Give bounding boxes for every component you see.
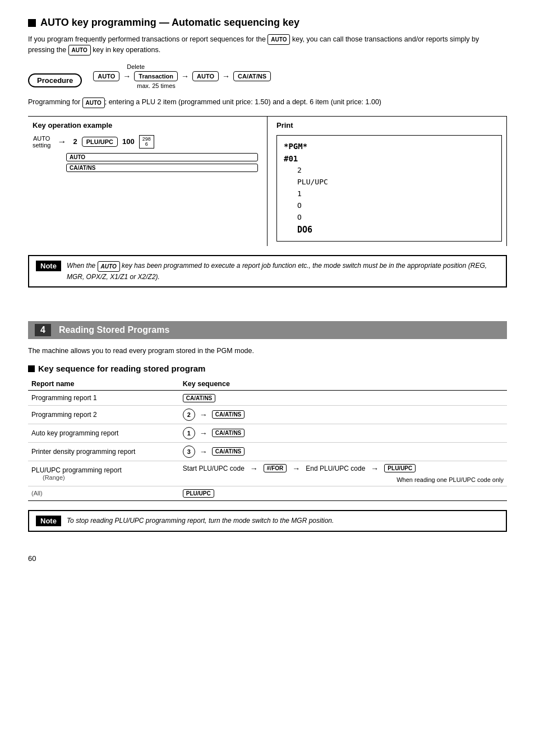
range-seq-group: Start PLU/UPC code → #/FOR → End PLU/UPC… — [183, 464, 504, 483]
auto-key-section: AUTO key programming — Automatic sequenc… — [28, 17, 507, 287]
print-o1: O — [284, 200, 495, 212]
table-row: (All) PLU/UPC — [28, 486, 507, 500]
print-2: 2 — [284, 165, 495, 177]
title-square-icon — [28, 19, 36, 27]
note-label-4: Note — [36, 516, 61, 526]
ca-key-btn: CA/AT/NS — [233, 71, 271, 81]
print-receipt: *PGM* #01 2 PLU/UPC 1 O O DO6 — [276, 135, 502, 242]
auto-stacked1: AUTO — [66, 153, 258, 161]
procedure-badge: Procedure — [28, 73, 82, 87]
report-table: Report name Key sequence Programming rep… — [28, 378, 507, 501]
auto-key-title: AUTO key programming — Automatic sequenc… — [28, 17, 507, 29]
auto-key-btn2: AUTO — [192, 71, 219, 81]
report-name-5: PLU/UPC programming report (Range) — [28, 461, 179, 486]
key-op-col: Key operation example AUTO setting → 2 P… — [28, 117, 268, 247]
print-plu: PLU/UPC — [284, 177, 495, 188]
ca-btn-r4: CA/AT/NS — [212, 447, 245, 456]
key-seq-6: PLU/UPC — [179, 486, 507, 500]
circle-1: 1 — [183, 427, 195, 439]
arr6: → — [292, 464, 300, 473]
procedure-diagram: Delete AUTO → Transaction → AUTO → CA/AT… — [93, 63, 271, 89]
auto-key-inline3: AUTO — [82, 98, 105, 108]
circle-2: 2 — [183, 409, 195, 421]
num2-label: 2 — [73, 137, 77, 146]
auto-setting-group: AUTO setting — [33, 135, 50, 149]
col-key-seq: Key sequence — [179, 378, 507, 391]
note-label: Note — [36, 261, 61, 271]
key-seq-1: CA/AT/NS — [179, 391, 507, 405]
arr5: → — [250, 464, 258, 473]
page-number: 60 — [28, 554, 507, 563]
key-op-header: Key operation example — [33, 121, 258, 129]
key-seq-3: 1 → CA/AT/NS — [179, 424, 507, 442]
circle-3: 3 — [183, 446, 195, 458]
table-row: Printer density programming report 3 → C… — [28, 442, 507, 461]
spacer — [28, 299, 507, 321]
num100-label: 100 — [122, 137, 135, 146]
arrow2: → — [181, 72, 189, 81]
for-btn: #/FOR — [264, 464, 287, 472]
plu-upc-btn: PLU/UPC — [82, 137, 118, 147]
print-o2: O — [284, 212, 495, 224]
report-name-4: Printer density programming report — [28, 442, 179, 461]
all-label: (All) — [31, 490, 176, 497]
arrow-auto-to-2: → — [57, 137, 66, 147]
arr7: → — [371, 464, 379, 473]
note-text: When the AUTO key has been programmed to… — [67, 261, 499, 281]
auto-setting-setting: setting — [33, 142, 50, 149]
auto-key-inline2: AUTO — [68, 45, 91, 55]
two-col-layout: Key operation example AUTO setting → 2 P… — [28, 116, 507, 247]
report-name-3: Auto key programming report — [28, 424, 179, 442]
procedure-area: Procedure Delete AUTO → Transaction → AU… — [28, 63, 507, 89]
arrow1: → — [123, 72, 131, 81]
programming-for-text: Programming for AUTO; entering a PLU 2 i… — [28, 97, 507, 108]
seq-cell-3: 1 → CA/AT/NS — [183, 427, 504, 439]
ca-stacked: CA/AT/NS — [66, 164, 258, 172]
seq-cell-2: 2 → CA/AT/NS — [183, 409, 504, 421]
print-01: #01 — [284, 152, 495, 165]
transaction-key-btn: Transaction — [134, 71, 178, 81]
stacked-keys-area: AUTO CA/AT/NS — [33, 153, 258, 172]
auto-key-btn1: AUTO — [93, 71, 119, 81]
table-row: Programming report 1 CA/AT/NS — [28, 391, 507, 405]
section4-title: Reading Stored Programs — [59, 325, 169, 335]
section4-body: The machine allows you to read every pro… — [28, 346, 507, 356]
ca-btn-r1: CA/AT/NS — [183, 394, 215, 402]
section4-note-box: Note To stop reading PLU/UPC programming… — [28, 510, 507, 532]
auto-key-inline: AUTO — [268, 34, 290, 45]
key-seq-4: 3 → CA/AT/NS — [179, 442, 507, 461]
arr3: → — [200, 429, 207, 438]
print-col: Print *PGM* #01 2 PLU/UPC 1 O O DO6 — [268, 117, 507, 247]
print-1: 1 — [284, 188, 495, 200]
when-reading-label: When reading one PLU/UPC code only — [183, 476, 504, 483]
section4-num: 4 — [35, 324, 51, 336]
ca-btn-r2: CA/AT/NS — [212, 410, 245, 419]
arr2: → — [200, 410, 207, 419]
ca-btn-r3: CA/AT/NS — [212, 429, 245, 437]
auto-setting-auto: AUTO — [33, 135, 50, 142]
plu-upc-btn-all: PLU/UPC — [183, 489, 214, 498]
key-seq-5: Start PLU/UPC code → #/FOR → End PLU/UPC… — [179, 461, 507, 486]
section4-header-bar: 4 Reading Stored Programs — [28, 321, 507, 339]
report-name-2: Programming report 2 — [28, 405, 179, 424]
start-plu-label: Start PLU/UPC code — [183, 465, 245, 472]
plu-upc-btn-range: PLU/UPC — [384, 464, 416, 472]
auto-key-note: AUTO — [98, 261, 120, 272]
end-plu-label: End PLU/UPC code — [306, 465, 365, 472]
dept-box: 298 6 — [139, 135, 154, 149]
key-seq-2: 2 → CA/AT/NS — [179, 405, 507, 424]
auto-key-body: If you program frequently performed tran… — [28, 34, 507, 55]
key-op-diagram: AUTO setting → 2 PLU/UPC 100 298 6 — [33, 135, 258, 149]
table-row: Programming report 2 2 → CA/AT/NS — [28, 405, 507, 424]
print-pgm: *PGM* — [284, 140, 495, 152]
col-report-name: Report name — [28, 378, 179, 391]
auto-note-box: Note When the AUTO key has been programm… — [28, 255, 507, 287]
subtitle-square-icon — [28, 365, 35, 372]
section4-note-text: To stop reading PLU/UPC programming repo… — [67, 516, 334, 526]
key-seq-subtitle: Key sequence for reading stored program — [28, 364, 507, 373]
table-row: Auto key programming report 1 → CA/AT/NS — [28, 424, 507, 442]
arr4: → — [200, 447, 207, 456]
seq-cell-4: 3 → CA/AT/NS — [183, 446, 504, 458]
print-header: Print — [276, 121, 502, 129]
print-do6: DO6 — [284, 223, 495, 236]
